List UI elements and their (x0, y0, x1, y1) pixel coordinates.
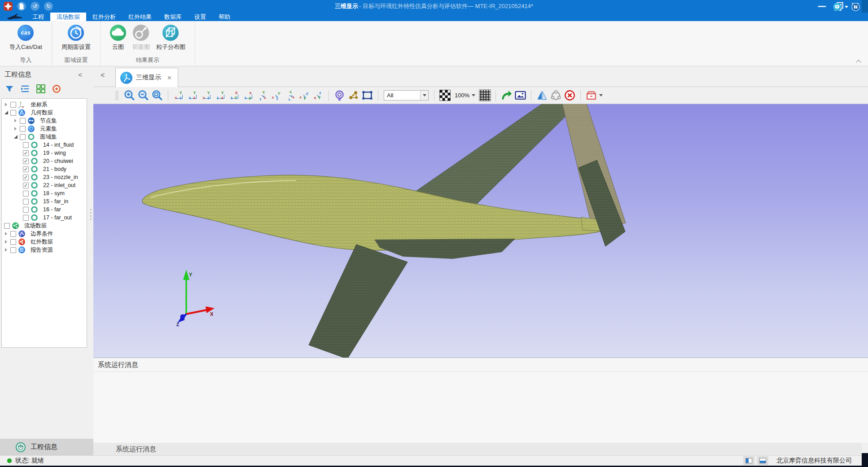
tree-checkbox[interactable]: ✓ (23, 183, 29, 188)
locate-button[interactable] (52, 84, 61, 94)
tree-item[interactable]: 几何数据 (2, 109, 87, 117)
filter-button[interactable] (4, 84, 14, 94)
tab-scroll-left-icon[interactable]: < (101, 71, 105, 79)
tree-checkbox[interactable] (20, 126, 26, 132)
tree-item[interactable]: ✓20 - chuiwei (2, 157, 87, 165)
view-front-button[interactable]: Y x z (173, 89, 185, 101)
menu-tab-6[interactable]: 设置 (188, 13, 212, 21)
dock-tab-messages[interactable]: 系统运行消息 (93, 443, 862, 455)
panel-collapse-icon[interactable]: < (76, 71, 84, 79)
tree-expander-icon[interactable] (3, 101, 9, 108)
redo-button[interactable]: ↻ (44, 2, 53, 11)
zoom-window-button[interactable] (151, 89, 163, 101)
tree-expander-icon[interactable] (3, 247, 9, 253)
tree-item-label[interactable]: 21 - body (43, 166, 66, 172)
tree-item-label[interactable]: 23 - nozzle_in (43, 174, 78, 180)
tree-checkbox[interactable] (23, 215, 29, 221)
tree-item-label[interactable]: 19 - wing (43, 150, 66, 156)
tree-checkbox[interactable] (10, 231, 16, 237)
tree-item-label[interactable]: 报告资源 (31, 246, 53, 254)
tree-checkbox[interactable] (10, 239, 16, 245)
app-button[interactable] (4, 2, 13, 11)
tree-item[interactable]: 报告资源 (2, 246, 87, 254)
tree-item[interactable]: 节点集 (2, 117, 87, 125)
viewport-3d[interactable]: Y X Z (93, 104, 868, 358)
tree-item[interactable]: ✓21 - body (2, 165, 87, 173)
view-left-button[interactable]: Y x z (201, 89, 213, 101)
view-iso-4-button[interactable]: ↘ Z x Y (298, 89, 310, 101)
view-iso-2-button[interactable]: ↘ Y x z (270, 89, 282, 101)
tree-item[interactable]: 元素集 (2, 125, 87, 133)
menu-tab-4[interactable]: 红外结果 (122, 13, 158, 21)
zoom-in-button[interactable] (123, 89, 136, 101)
view-back-button[interactable]: Y z x (187, 89, 199, 101)
view-iso-3-button[interactable]: ↘ Y z x (284, 89, 296, 101)
background-button[interactable] (439, 89, 451, 101)
tree-item[interactable]: 18 - sym (2, 189, 87, 197)
tree-item-label[interactable]: 面域集 (40, 133, 57, 141)
view-right-button[interactable]: Y z x (215, 89, 227, 101)
tree-item[interactable]: 红外数据 (2, 238, 87, 246)
tree-item-label[interactable]: 几何数据 (31, 109, 53, 117)
layout-bottom-panel-button[interactable] (757, 456, 768, 465)
view-iso-1-button[interactable]: ↘ Y z x (256, 89, 268, 101)
tree-item-label[interactable]: 节点集 (40, 117, 57, 125)
light-button[interactable] (333, 89, 346, 101)
mesh-grid-button[interactable] (479, 89, 491, 101)
layout-left-panel-button[interactable] (743, 456, 754, 465)
tree-checkbox[interactable] (23, 199, 29, 205)
select-box-button[interactable] (361, 89, 373, 101)
ribbon-button-slice[interactable]: 切面图 (132, 23, 150, 51)
tree-checkbox[interactable] (20, 134, 26, 140)
ribbon-collapse-button[interactable] (855, 59, 862, 64)
tree-item[interactable]: 面域集 (2, 133, 87, 141)
tree-checkbox[interactable]: ✓ (23, 158, 29, 164)
ribbon-button-cloud[interactable]: 云图 (110, 23, 126, 51)
tree-expander-icon[interactable] (3, 109, 9, 116)
dock-tab-project-info[interactable]: 工程信息 (0, 439, 93, 455)
tree-checkbox[interactable]: ✓ (23, 150, 29, 156)
tree-item-label[interactable]: 元素集 (40, 125, 57, 133)
tree-item[interactable]: ✓23 - nozzle_in (2, 173, 87, 181)
chevron-down-icon[interactable] (845, 6, 848, 10)
export-button[interactable] (500, 89, 513, 101)
tree-checkbox[interactable] (23, 142, 29, 148)
tree-item[interactable]: ✓19 - wing (2, 149, 87, 157)
tree-expander-icon[interactable] (3, 231, 9, 237)
tree-checkbox[interactable] (23, 191, 29, 196)
display-filter-dropdown[interactable]: All (384, 90, 429, 100)
new-doc-button[interactable] (17, 2, 26, 11)
manual-icon[interactable] (851, 3, 860, 11)
menu-tab-1[interactable]: 工程 (26, 13, 50, 21)
render-mode-button[interactable] (347, 89, 359, 101)
group-grid-button[interactable] (36, 84, 46, 94)
tree-item[interactable]: 16 - far (2, 205, 87, 214)
panel-splitter[interactable] (88, 66, 93, 439)
save-view-button[interactable] (585, 89, 597, 101)
undo-button[interactable]: ↺ (31, 2, 39, 11)
tree-checkbox[interactable] (10, 102, 16, 108)
tree-item-label[interactable]: 流场数据 (24, 222, 47, 230)
tree-item-label[interactable]: 14 - int_fluid (43, 142, 74, 148)
tree-item[interactable]: ✓22 - inlet_out (2, 181, 87, 189)
ribbon-button-cas[interactable]: cas导入Cas/Dat (9, 23, 42, 51)
collapse-list-button[interactable] (20, 84, 30, 94)
tree-expander-icon[interactable] (13, 134, 19, 140)
tree-item[interactable]: 边界条件 (2, 230, 87, 238)
menu-tab-3[interactable]: 红外分析 (86, 13, 122, 21)
tree-item-label[interactable]: 17 - far_out (43, 214, 72, 221)
tree-checkbox[interactable] (4, 223, 10, 229)
tree-checkbox[interactable] (10, 247, 16, 253)
dropdown-arrow-button[interactable] (420, 91, 428, 100)
tree-checkbox[interactable] (10, 110, 16, 116)
tree-expander-icon[interactable] (13, 126, 19, 132)
tree-item-label[interactable]: 坐标系 (31, 101, 48, 109)
tree-item-label[interactable]: 16 - far (43, 206, 61, 213)
ribbon-button-particle[interactable]: 粒子分布图 (156, 23, 185, 51)
tree-checkbox[interactable]: ✓ (23, 175, 29, 180)
tree-item[interactable]: 14 - int_fluid (2, 141, 87, 149)
tree-item[interactable]: Yzx坐标系 (2, 100, 87, 109)
zoom-out-button[interactable] (137, 89, 149, 101)
tree-item[interactable]: 流场数据 (2, 222, 87, 230)
tree-checkbox[interactable] (23, 207, 29, 213)
